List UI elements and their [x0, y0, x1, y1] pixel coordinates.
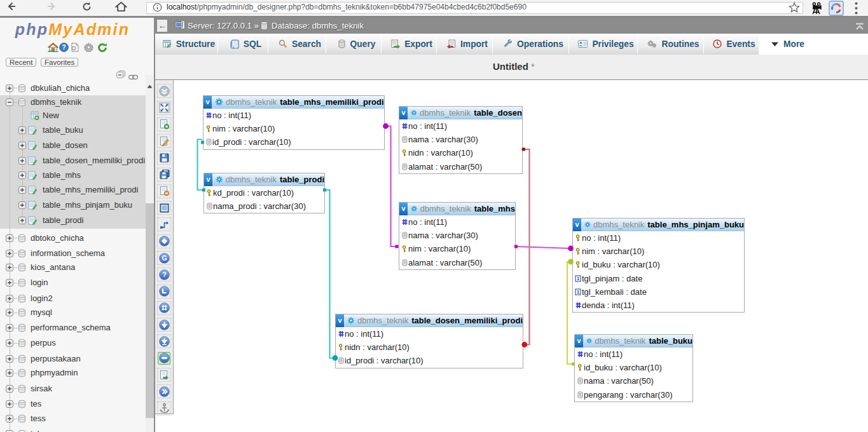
svg-text:?: ?: [62, 44, 65, 51]
